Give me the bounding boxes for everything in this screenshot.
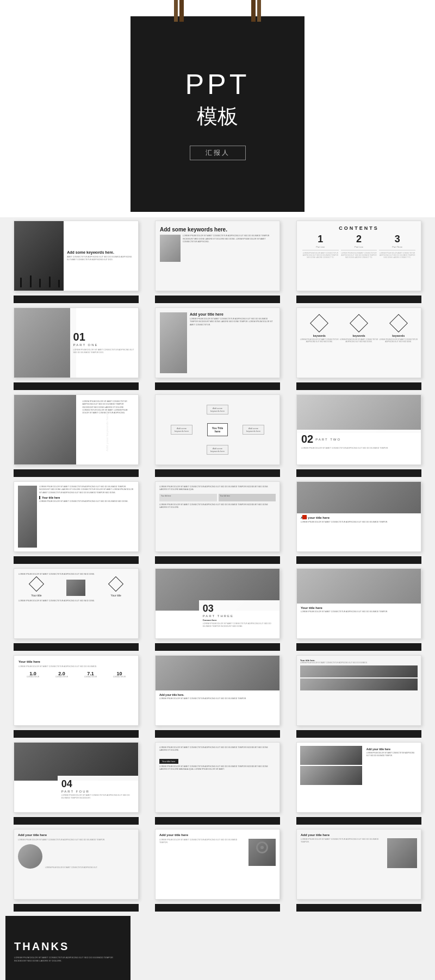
connector-bar [296,904,421,912]
slide-3-2-center: You Titlehere [207,423,228,436]
slide-4-2-bar2: Your title here [219,494,276,501]
slide-4-1-body: LOREM IPSUM DOLOR SIT AMET CONSECTETUR A… [39,486,134,494]
connector-bar [155,730,280,738]
slide-6-1: Your title here LOREM IPSUM DOLOR SIT AM… [14,655,139,726]
slide-5-2-subtitle: Connect here [203,619,276,621]
slide-5-3-body: LOREM IPSUM DOLOR SIT AMET CONSECTETUR A… [301,611,417,613]
slide-1-2: Add some keywords here. LOREM IPSUM DOLO… [155,221,280,291]
slide-4-3-img [297,482,421,517]
slide-6-3-body: LOREM IPSUM DOLOR SIT AMET CONSECTETUR A… [300,662,418,664]
slide-7-1-text: LOREM IPSUM DOLOR SIT AMET CONSECTETUR A… [61,794,134,800]
slide-8-3: Add your title here LOREM IPSUM DOLOR SI… [296,829,421,900]
slide-8-1: Add your title here LOREM IPSUM DOLOR SI… [14,829,139,900]
slide-8-3-title: Add your title here [301,833,417,837]
slide-7-2-body: LOREM IPSUM DOLOR SIT AMET CONSECTETUR A… [159,746,276,752]
connector-bar [296,817,421,825]
slide-7-3-body: LOREM IPSUM DOLOR SIT AMET CONSECTETUR A… [366,752,416,757]
slide-7-2: LOREM IPSUM DOLOR SIT AMET CONSECTETUR A… [155,742,280,813]
slide-6-2-img [156,656,279,694]
slide-5-3-title: Your title here [301,606,417,610]
slide-4-3-body: LOREM IPSUM DOLOR SIT AMET CONSECTETUR A… [301,521,417,524]
slide-img-silhouette [14,221,66,291]
slide-3-2-bottom: Add somekeywords here [207,445,228,455]
connector-bar [296,382,421,390]
slide-8-2-img [248,839,276,866]
slide-6-2: Add your title here. LOREM IPSUM DOLOR S… [155,655,280,726]
cover-subtitle: 汇报人 [190,146,246,160]
slide-thanks: THANKS LOREM IPSUM DOLOR SIT AMET CONSEC… [5,916,130,980]
slide-2-1-part: PART ONE [73,343,135,347]
slide-1-2-title: Add some keywords here. [160,227,275,233]
connector-4 [0,555,435,565]
slide-7-1: 04 PART FOUR LOREM IPSUM DOLOR SIT AMET … [14,742,139,813]
connector-bar [296,730,421,738]
slide-3-3-part: PART TWO [315,438,341,441]
slide-8-3-img [387,838,417,868]
connector-bar [296,469,421,477]
slide-2-1-img [14,308,76,378]
slide-7-3-img1 [300,746,362,765]
slide-2-2-title: Add your title here [190,312,275,316]
slide-1-1-body: AMET CONSECTETUR ADIPISCING ELIT SED DO … [67,256,135,262]
slides-row-5: LOREM IPSUM DOLOR SIT AMET CONSECTETUR A… [0,568,435,639]
slide-2-1-text: LOREM IPSUM DOLOR SIT AMET CONSECTETUR A… [73,349,135,355]
slide-3-3-text: LOREM IPSUM DOLOR SIT AMET CONSECTETUR A… [301,447,417,450]
connector-bar [155,817,280,825]
slide-7-3: Add your title here LOREM IPSUM DOLOR SI… [296,742,421,813]
slide-7-2-title: Your title here [159,759,178,764]
slides-row-1: Add some keywords here. AMET CONSECTETUR… [0,221,435,291]
slides-row-8: Add your title here LOREM IPSUM DOLOR SI… [0,829,435,900]
slide-5-1-body2: LOREM IPSUM DOLOR SIT AMET CONSECTETUR A… [18,600,134,602]
slide-2-3: keywords LOREM IPSUM DOLOR SIT AMET CONS… [296,307,421,378]
slide-5-2-part: PART THREE [203,614,276,618]
slide-5-3-img [297,569,421,607]
slide-8-1-img [18,844,42,869]
slide-5-1-body: LOREM IPSUM DOLOR SIT AMET CONSECTETUR A… [18,573,134,576]
connector-bar [14,296,139,303]
slide-8-2-body: LOREM IPSUM DOLOR SIT AMET CONSECTETUR A… [159,839,246,845]
slide-2-2: Add your title here LOREM IPSUM DOLOR SI… [155,307,280,378]
connector-bar [296,643,421,651]
slides-row-3: Add your keywords here LOREM IPSUM DOLOR… [0,394,435,465]
slide-5-3: Your title here LOREM IPSUM DOLOR SIT AM… [296,568,421,639]
slide-2-2-body: LOREM IPSUM DOLOR SIT AMET CONSECTETUR A… [190,318,275,326]
cover-title-main: PPT [185,68,250,100]
slide-4-2-bar1: Your title here [159,494,217,501]
slide-8-2: Add your title here LOREM IPSUM DOLOR SI… [155,829,280,900]
connector-bar [14,556,139,564]
slide-6-1-title: Your title here [18,660,134,663]
thanks-title: THANKS [14,940,122,953]
slide-3-1-body: LOREM IPSUM DOLOR SIT AMET CONSECTETUR A… [82,400,133,414]
contents-title: CONTENTS [301,225,417,231]
slide-1-2-img [160,235,181,262]
slide-8-1-body: LOREM IPSUM DOLOR SIT AMET CONSECTETUR A… [18,839,134,841]
slide-5-2-text: LOREM IPSUM DOLOR SIT AMET CONSECTETUR A… [203,623,276,628]
slide-3-3: 02 PART TWO LOREM IPSUM DOLOR SIT AMET C… [296,394,421,465]
slide-2-1: 01 PART ONE LOREM IPSUM DOLOR SIT AMET C… [14,307,139,378]
connector-bar [155,382,280,390]
connector-bar [14,730,139,738]
slide-3-2-right: Add somekeywords here [243,425,264,435]
slide-4-1-img [18,486,37,548]
slide-6-3-img2 [300,679,418,690]
connector-bar [155,296,280,303]
connector-bar [14,382,139,390]
slides-row-4: LOREM IPSUM DOLOR SIT AMET CONSECTETUR A… [0,481,435,552]
slide-4-3: Add your title here LOREM IPSUM DOLOR SI… [296,481,421,552]
slide-6-3-img1 [300,665,418,677]
connector-1 [0,294,435,304]
slide-3-2-left: Add somekeywords here [171,425,192,435]
slide-6-2-body: LOREM IPSUM DOLOR SIT AMET CONSECTETUR A… [159,698,276,700]
slide-4-2-body1: LOREM IPSUM DOLOR SIT AMET CONSECTETUR A… [159,486,276,492]
slide-8-3-body: LOREM IPSUM DOLOR SIT AMET CONSECTETUR A… [301,838,385,868]
connector-bar [296,556,421,564]
slide-5-1-title1: Your title [31,594,42,597]
connector-6 [0,729,435,739]
slide-5-1: LOREM IPSUM DOLOR SIT AMET CONSECTETUR A… [14,568,139,639]
slide-4-2-body2: LOREM IPSUM DOLOR SIT AMET CONSECTETUR A… [159,504,276,510]
slide-5-1-title2: Your title [110,594,121,597]
connector-7 [0,816,435,826]
slide-7-1-img [14,743,138,781]
connector-bar [14,469,139,477]
connector-bar [155,904,280,912]
